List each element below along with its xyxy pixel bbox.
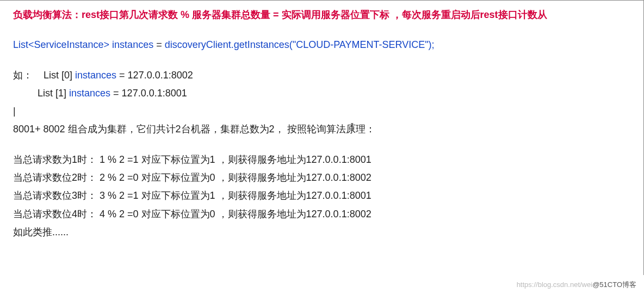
code-assign: = (153, 39, 165, 50)
example-line1-prefix: List [1] (38, 88, 69, 99)
watermark: https://blog.csdn.net/wei@51CTO博客 (517, 280, 636, 290)
case-line-3: 当总请求数位3时： 3 % 2 =1 对应下标位置为1 ，则获得服务地址为127… (13, 187, 630, 205)
spacer (13, 24, 630, 36)
watermark-faint: https://blog.csdn.net/wei (517, 280, 592, 289)
algorithm-title: 负载均衡算法：rest接口第几次请求数 % 服务器集群总数量 = 实际调用服务器… (13, 6, 630, 24)
example-line1: List [1] instances = 127.0.0.1:8001 (13, 84, 630, 102)
code-var: instances (112, 39, 153, 50)
text-cursor-icon: I (350, 121, 354, 133)
example-line0-prefix: List [0] (44, 70, 75, 81)
spacer (13, 139, 630, 151)
tail-text: 如此类推...... (13, 223, 630, 241)
code-type: List<ServiceInstance> (13, 39, 112, 50)
code-call: discoveryClient.getInstances("CLOUD-PAYM… (165, 39, 435, 50)
watermark-dark: @51CTO博客 (592, 280, 636, 289)
case-line-1: 当总请求数为1时： 1 % 2 =1 对应下标位置为1 ，则获得服务地址为127… (13, 151, 630, 169)
example-line1-var: instances (69, 88, 110, 99)
example-label: 如： (13, 70, 33, 81)
case-line-2: 当总请求数位2时： 2 % 2 =0 对应下标位置为0 ，则获得服务地址为127… (13, 169, 630, 187)
code-declaration: List<ServiceInstance> instances = discov… (13, 36, 630, 54)
document-body: 负载均衡算法：rest接口第几次请求数 % 服务器集群总数量 = 实际调用服务器… (0, 0, 644, 275)
spacer (13, 54, 630, 66)
example-block: 如： List [0] instances = 127.0.0.1:8002 (13, 66, 630, 84)
example-line0-rest: = 127.0.0.1:8002 (116, 70, 193, 81)
cursor-line: | (13, 102, 630, 120)
case-line-4: 当总请求数位4时： 4 % 2 =0 对应下标位置为0 ，则获得服务地址为127… (13, 205, 630, 223)
example-line1-rest: = 127.0.0.1:8001 (110, 88, 187, 99)
example-line0-var: instances (75, 70, 116, 81)
cluster-summary: 8001+ 8002 组合成为集群，它们共计2台机器，集群总数为2， 按照轮询算… (13, 120, 630, 138)
